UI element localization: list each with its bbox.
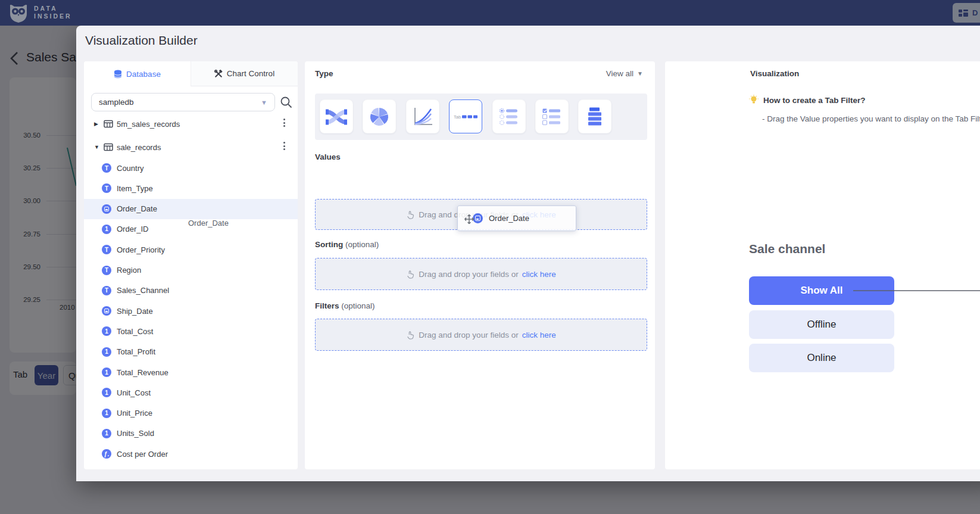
view-all-button[interactable]: View all ▼ — [606, 69, 643, 78]
tab-chart-control[interactable]: Chart Control — [191, 61, 298, 86]
dashboard-nav-button[interactable]: D — [953, 3, 980, 23]
text-field-icon: T — [102, 286, 111, 295]
dropzone-click-here-link[interactable]: click here — [522, 331, 556, 339]
tree-item-total-revenue[interactable]: 1 Total_Revenue — [84, 362, 298, 382]
builder-panel: Type View all ▼ Tab Values Drag and drop… — [305, 61, 655, 469]
drag-ghost-label: Order_Date — [188, 219, 229, 228]
table-icon — [104, 119, 113, 130]
tree-item-item-type[interactable]: T Item_Type — [84, 178, 298, 198]
visualization-header: Visualization — [750, 69, 799, 78]
owl-logo-icon[interactable] — [8, 2, 29, 24]
tree-item-total-cost[interactable]: 1 Total_Cost — [84, 321, 298, 341]
chart-type-strip: Tab — [315, 94, 647, 140]
preview-title: Sale channel — [749, 242, 825, 256]
grab-hand-icon — [406, 270, 415, 279]
tree-item-5m-sales-records[interactable]: ▶ 5m_sales_records — [84, 114, 298, 134]
database-panel: Database Chart Control sampledb ▼ — [84, 61, 298, 469]
number-field-icon: 1 — [102, 388, 111, 397]
number-field-icon: 1 — [102, 347, 111, 357]
tree-item-cost-per-order[interactable]: ƒ. Cost per Order — [84, 444, 298, 464]
search-icon[interactable] — [279, 95, 294, 110]
grab-hand-icon — [406, 210, 415, 219]
number-field-icon: 1 — [102, 409, 111, 418]
type-section-label: Type — [315, 69, 333, 78]
number-field-icon: 1 — [102, 367, 111, 377]
grab-hand-icon — [406, 331, 415, 339]
database-icon — [114, 70, 122, 79]
chart-type-line-chart[interactable] — [406, 99, 439, 133]
chevron-down-icon: ▼ — [637, 70, 643, 77]
database-select[interactable]: sampledb ▼ — [91, 93, 275, 111]
tip-body: - Drag the Value properties you want to … — [762, 114, 980, 123]
tree-item-total-profit[interactable]: 1 Total_Profit — [84, 342, 298, 362]
function-field-icon: ƒ. — [102, 449, 111, 459]
database-select-value: sampledb — [99, 98, 134, 107]
chevron-down-icon: ▼ — [261, 99, 267, 106]
tip-title: How to create a Tab Filter? — [763, 96, 866, 105]
text-field-icon: T — [102, 245, 111, 254]
panel-tabbar: Database Chart Control — [84, 61, 298, 86]
dashboard-button-label: D — [972, 8, 978, 17]
preview-button-online[interactable]: Online — [749, 344, 894, 372]
tree-item-units-sold[interactable]: 1 Units_Sold — [84, 423, 298, 444]
text-field-icon: T — [102, 183, 111, 193]
values-section-label: Values — [315, 152, 341, 161]
chip-label: Order_Date — [489, 214, 529, 223]
dropzone-text: Drag and drop your fields or — [419, 331, 518, 339]
preview-button-offline[interactable]: Offline — [749, 310, 894, 339]
tree-item-order-priority[interactable]: T Order_Priority — [84, 239, 298, 260]
kebab-menu-icon[interactable] — [281, 142, 287, 150]
chart-type-tab-filter[interactable]: Tab — [449, 99, 482, 133]
logo-text[interactable]: DATA INSIDER — [34, 5, 72, 20]
move-icon — [464, 214, 475, 225]
filters-section-label: Filters (optional) — [315, 301, 375, 310]
caret-down-icon[interactable]: ▼ — [94, 144, 101, 150]
modal-title: Visualization Builder — [85, 33, 198, 48]
tree-item-sales-channel[interactable]: T Sales_Channel — [84, 281, 298, 301]
dropzone-click-here-link[interactable]: click here — [522, 270, 556, 279]
visualization-panel: Visualization How to create a Tab Filter… — [665, 61, 980, 469]
number-field-icon: 1 — [102, 326, 111, 336]
field-tree: ▶ 5m_sales_records ▼ sale_records T Coun… — [84, 114, 298, 469]
tree-item-country[interactable]: T Country — [84, 158, 298, 178]
tab-database-label: Database — [126, 70, 161, 79]
sorting-section-label: Sorting (optional) — [315, 240, 379, 249]
lightbulb-icon — [749, 95, 759, 105]
number-field-icon: 1 — [102, 429, 111, 438]
number-field-icon: 1 — [102, 225, 111, 234]
text-field-icon: T — [102, 163, 111, 173]
chart-type-checkbox-filter[interactable] — [535, 99, 569, 133]
caret-right-icon[interactable]: ▶ — [94, 121, 101, 127]
text-field-icon: T — [102, 266, 111, 275]
tree-item-sale-records[interactable]: ▼ sale_records — [84, 137, 298, 157]
tree-item-unit-price[interactable]: 1 Unit_Price — [84, 403, 298, 423]
date-field-icon — [102, 204, 111, 214]
visualization-builder-modal: Visualization Builder Database — [76, 26, 980, 481]
annotation-arrow — [853, 286, 980, 295]
chart-type-sankey-chart[interactable] — [320, 99, 353, 133]
tree-item-ship-date[interactable]: Ship_Date — [84, 301, 298, 321]
chart-type-dropdown-filter[interactable] — [578, 99, 611, 133]
chart-type-pie-chart[interactable] — [363, 99, 396, 133]
dragged-field-chip[interactable]: Order_Date — [457, 205, 576, 231]
sorting-dropzone[interactable]: Drag and drop your fields or click here — [315, 258, 647, 290]
tree-item-unit-cost[interactable]: 1 Unit_Cost — [84, 382, 298, 403]
tab-chart-control-label: Chart Control — [227, 69, 274, 78]
top-navbar: DATA INSIDER D — [0, 0, 980, 26]
chart-type-radio-filter[interactable] — [492, 99, 526, 133]
screen: Sales Sa 30.50 30.25 30.00 29.75 29.50 2… — [0, 0, 980, 514]
tab-database[interactable]: Database — [84, 61, 191, 86]
tree-item-order-date[interactable]: Order_Date — [84, 199, 298, 219]
dashboard-icon — [959, 9, 968, 17]
svg-text:Tab: Tab — [454, 114, 461, 120]
kebab-menu-icon[interactable] — [281, 119, 287, 127]
dropzone-text: Drag and drop your fields or — [419, 270, 518, 279]
table-icon — [104, 142, 113, 154]
tools-icon — [214, 70, 223, 78]
tree-item-region[interactable]: T Region — [84, 260, 298, 281]
date-field-icon — [102, 306, 111, 316]
view-all-label: View all — [606, 69, 633, 78]
filters-dropzone[interactable]: Drag and drop your fields or click here — [315, 319, 647, 351]
